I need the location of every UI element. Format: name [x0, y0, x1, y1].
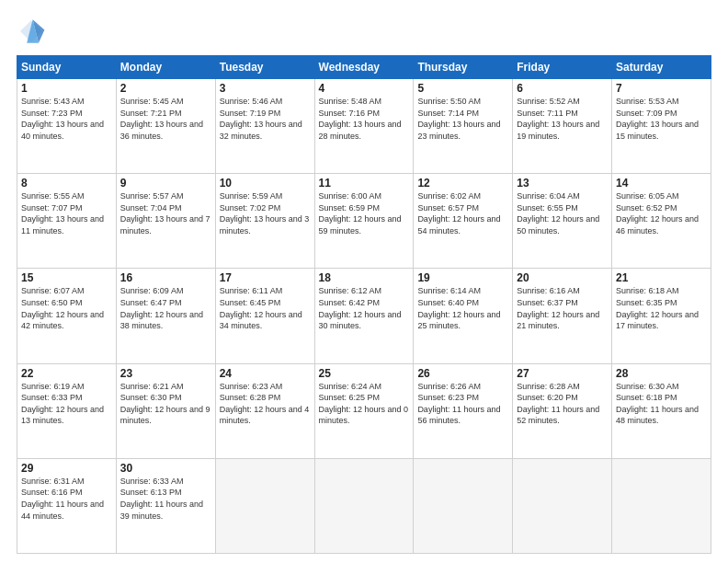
- weekday-header-row: SundayMondayTuesdayWednesdayThursdayFrid…: [17, 56, 711, 79]
- day-number: 24: [220, 367, 311, 380]
- day-info: Sunrise: 6:07 AMSunset: 6:50 PMDaylight:…: [21, 286, 104, 330]
- calendar-cell: 20 Sunrise: 6:16 AMSunset: 6:37 PMDaylig…: [513, 269, 612, 363]
- day-info: Sunrise: 6:16 AMSunset: 6:37 PMDaylight:…: [517, 286, 599, 330]
- calendar-cell: 8 Sunrise: 5:55 AMSunset: 7:07 PMDayligh…: [17, 174, 117, 269]
- weekday-wednesday: Wednesday: [314, 56, 414, 79]
- week-row-4: 22 Sunrise: 6:19 AMSunset: 6:33 PMDaylig…: [17, 363, 711, 458]
- weekday-tuesday: Tuesday: [215, 56, 314, 79]
- day-number: 2: [120, 82, 211, 95]
- day-number: 23: [120, 367, 211, 380]
- day-number: 11: [319, 177, 410, 190]
- day-info: Sunrise: 6:18 AMSunset: 6:35 PMDaylight:…: [616, 286, 699, 330]
- day-info: Sunrise: 5:59 AMSunset: 7:02 PMDaylight:…: [220, 191, 310, 236]
- day-info: Sunrise: 6:09 AMSunset: 6:47 PMDaylight:…: [120, 286, 203, 330]
- day-info: Sunrise: 6:14 AMSunset: 6:40 PMDaylight:…: [417, 286, 500, 330]
- calendar-cell: 15 Sunrise: 6:07 AMSunset: 6:50 PMDaylig…: [17, 269, 117, 363]
- calendar-cell: [612, 458, 711, 553]
- day-number: 22: [21, 367, 112, 380]
- day-number: 4: [319, 82, 410, 95]
- day-info: Sunrise: 5:55 AMSunset: 7:07 PMDaylight:…: [21, 191, 104, 236]
- day-number: 10: [220, 177, 311, 190]
- calendar-cell: 25 Sunrise: 6:24 AMSunset: 6:25 PMDaylig…: [314, 363, 414, 458]
- day-number: 25: [319, 367, 410, 380]
- week-row-1: 1 Sunrise: 5:43 AMSunset: 7:23 PMDayligh…: [17, 79, 711, 174]
- day-info: Sunrise: 6:04 AMSunset: 6:55 PMDaylight:…: [517, 191, 599, 236]
- header: [17, 17, 711, 46]
- calendar-cell: [314, 458, 414, 553]
- day-info: Sunrise: 5:48 AMSunset: 7:16 PMDaylight:…: [319, 97, 402, 141]
- day-number: 8: [21, 177, 112, 190]
- calendar-cell: 21 Sunrise: 6:18 AMSunset: 6:35 PMDaylig…: [612, 269, 711, 363]
- calendar-cell: 11 Sunrise: 6:00 AMSunset: 6:59 PMDaylig…: [314, 174, 414, 269]
- calendar-cell: 27 Sunrise: 6:28 AMSunset: 6:20 PMDaylig…: [513, 363, 612, 458]
- day-number: 18: [319, 271, 410, 284]
- day-info: Sunrise: 5:57 AMSunset: 7:04 PMDaylight:…: [120, 191, 210, 236]
- calendar-cell: 16 Sunrise: 6:09 AMSunset: 6:47 PMDaylig…: [116, 269, 215, 363]
- calendar-cell: 3 Sunrise: 5:46 AMSunset: 7:19 PMDayligh…: [215, 79, 314, 174]
- calendar-cell: [414, 458, 513, 553]
- day-number: 5: [417, 82, 508, 95]
- day-number: 13: [517, 177, 608, 190]
- day-info: Sunrise: 5:45 AMSunset: 7:21 PMDaylight:…: [120, 97, 203, 141]
- weekday-saturday: Saturday: [612, 56, 711, 79]
- calendar-cell: 4 Sunrise: 5:48 AMSunset: 7:16 PMDayligh…: [314, 79, 414, 174]
- calendar-cell: 24 Sunrise: 6:23 AMSunset: 6:28 PMDaylig…: [215, 363, 314, 458]
- day-number: 29: [21, 462, 112, 475]
- calendar-cell: 14 Sunrise: 6:05 AMSunset: 6:52 PMDaylig…: [612, 174, 711, 269]
- calendar-cell: [215, 458, 314, 553]
- day-info: Sunrise: 6:30 AMSunset: 6:18 PMDaylight:…: [616, 382, 699, 426]
- day-info: Sunrise: 6:26 AMSunset: 6:23 PMDaylight:…: [417, 382, 500, 426]
- day-info: Sunrise: 5:50 AMSunset: 7:14 PMDaylight:…: [417, 97, 500, 141]
- day-number: 14: [616, 177, 707, 190]
- calendar-cell: [513, 458, 612, 553]
- day-info: Sunrise: 6:33 AMSunset: 6:13 PMDaylight:…: [120, 477, 203, 521]
- day-number: 3: [220, 82, 311, 95]
- calendar-cell: 28 Sunrise: 6:30 AMSunset: 6:18 PMDaylig…: [612, 363, 711, 458]
- calendar-cell: 29 Sunrise: 6:31 AMSunset: 6:16 PMDaylig…: [17, 458, 117, 553]
- calendar-cell: 2 Sunrise: 5:45 AMSunset: 7:21 PMDayligh…: [116, 79, 215, 174]
- day-number: 19: [417, 271, 508, 284]
- day-number: 17: [220, 271, 311, 284]
- calendar-cell: 6 Sunrise: 5:52 AMSunset: 7:11 PMDayligh…: [513, 79, 612, 174]
- weekday-sunday: Sunday: [17, 56, 117, 79]
- day-info: Sunrise: 6:31 AMSunset: 6:16 PMDaylight:…: [21, 477, 104, 521]
- calendar-cell: 10 Sunrise: 5:59 AMSunset: 7:02 PMDaylig…: [215, 174, 314, 269]
- day-number: 16: [120, 271, 211, 284]
- calendar-cell: 18 Sunrise: 6:12 AMSunset: 6:42 PMDaylig…: [314, 269, 414, 363]
- calendar-cell: 12 Sunrise: 6:02 AMSunset: 6:57 PMDaylig…: [414, 174, 513, 269]
- week-row-5: 29 Sunrise: 6:31 AMSunset: 6:16 PMDaylig…: [17, 458, 711, 553]
- calendar-cell: 9 Sunrise: 5:57 AMSunset: 7:04 PMDayligh…: [116, 174, 215, 269]
- day-number: 12: [417, 177, 508, 190]
- day-number: 15: [21, 271, 112, 284]
- day-number: 6: [517, 82, 608, 95]
- day-info: Sunrise: 6:21 AMSunset: 6:30 PMDaylight:…: [120, 382, 210, 426]
- day-number: 20: [517, 271, 608, 284]
- day-info: Sunrise: 5:53 AMSunset: 7:09 PMDaylight:…: [616, 97, 699, 141]
- day-number: 30: [120, 462, 211, 475]
- day-info: Sunrise: 6:12 AMSunset: 6:42 PMDaylight:…: [319, 286, 402, 330]
- day-number: 7: [616, 82, 707, 95]
- weekday-friday: Friday: [513, 56, 612, 79]
- calendar-cell: 13 Sunrise: 6:04 AMSunset: 6:55 PMDaylig…: [513, 174, 612, 269]
- weekday-monday: Monday: [116, 56, 215, 79]
- day-info: Sunrise: 6:05 AMSunset: 6:52 PMDaylight:…: [616, 191, 699, 236]
- day-info: Sunrise: 5:46 AMSunset: 7:19 PMDaylight:…: [220, 97, 302, 141]
- page: SundayMondayTuesdayWednesdayThursdayFrid…: [0, 0, 728, 563]
- logo: [17, 17, 50, 46]
- day-number: 9: [120, 177, 211, 190]
- day-info: Sunrise: 6:00 AMSunset: 6:59 PMDaylight:…: [319, 191, 402, 236]
- calendar-table: SundayMondayTuesdayWednesdayThursdayFrid…: [17, 55, 711, 554]
- calendar-cell: 30 Sunrise: 6:33 AMSunset: 6:13 PMDaylig…: [116, 458, 215, 553]
- day-info: Sunrise: 6:23 AMSunset: 6:28 PMDaylight:…: [220, 382, 310, 426]
- calendar-cell: 7 Sunrise: 5:53 AMSunset: 7:09 PMDayligh…: [612, 79, 711, 174]
- day-number: 1: [21, 82, 112, 95]
- calendar-cell: 1 Sunrise: 5:43 AMSunset: 7:23 PMDayligh…: [17, 79, 117, 174]
- logo-icon: [17, 17, 46, 46]
- day-info: Sunrise: 6:19 AMSunset: 6:33 PMDaylight:…: [21, 382, 104, 426]
- day-info: Sunrise: 6:11 AMSunset: 6:45 PMDaylight:…: [220, 286, 302, 330]
- day-info: Sunrise: 6:28 AMSunset: 6:20 PMDaylight:…: [517, 382, 599, 426]
- day-number: 26: [417, 367, 508, 380]
- calendar-cell: 17 Sunrise: 6:11 AMSunset: 6:45 PMDaylig…: [215, 269, 314, 363]
- day-number: 28: [616, 367, 707, 380]
- day-info: Sunrise: 6:24 AMSunset: 6:25 PMDaylight:…: [319, 382, 409, 426]
